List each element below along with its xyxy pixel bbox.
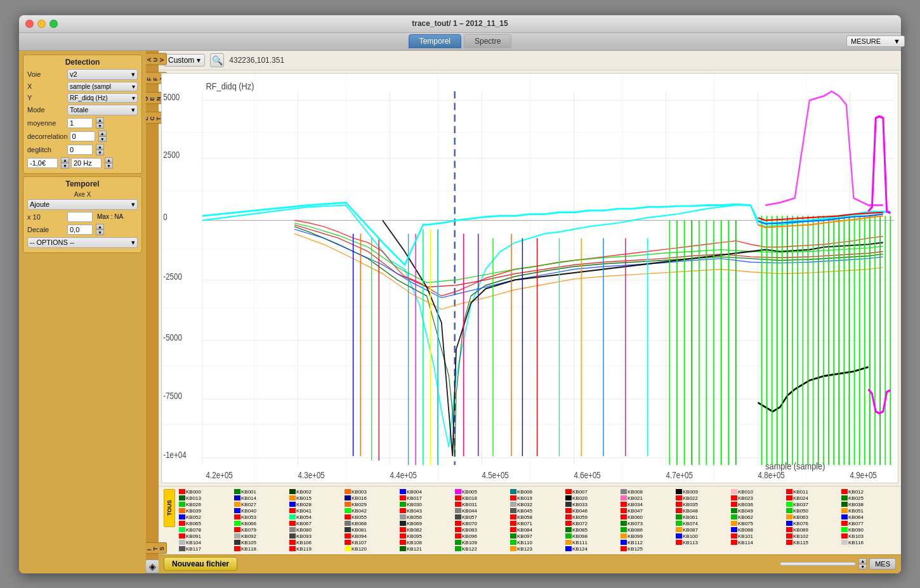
legend-item[interactable]: KB068 [345,521,399,526]
legend-item[interactable]: KB015 [289,495,344,501]
legend-item[interactable]: KB061 [676,514,730,520]
deglitch-input[interactable] [67,145,93,155]
x-select[interactable]: sample (sampl ▾ [67,82,138,91]
legend-item[interactable]: KB017 [400,495,454,501]
legend-item[interactable]: KB036 [731,502,785,507]
legend-item[interactable]: KB121 [400,546,454,552]
decale-input[interactable] [67,225,93,235]
legend-item[interactable]: KB038 [841,502,896,507]
legend-item[interactable]: KB113 [676,540,730,546]
legend-item[interactable]: KB107 [345,540,399,546]
decorrelation-stepper[interactable]: ▲ ▼ [98,131,107,142]
mes-button[interactable]: MES [869,558,896,570]
legend-item[interactable]: KB027 [234,502,289,507]
legend-item[interactable]: KB013 [179,495,233,501]
legend-item[interactable]: KB122 [455,546,509,552]
x10-input[interactable] [67,212,93,222]
zoom-button[interactable]: 🔍 [210,53,224,67]
legend-item[interactable]: KB090 [841,527,896,533]
legend-item[interactable]: KB069 [400,521,454,526]
legend-item[interactable]: KB043 [400,508,454,514]
legend-item[interactable]: KB011 [786,489,841,495]
tous-label[interactable]: TOUS [164,489,175,527]
legend-item[interactable]: KB041 [289,508,344,514]
legend-item[interactable]: KB092 [234,533,289,539]
legend-item[interactable]: KB059 [565,514,620,520]
val-left-stepper[interactable]: ▲ ▼ [61,157,69,169]
legend-item[interactable]: KB005 [455,489,509,495]
legend-item[interactable]: KB070 [455,521,509,526]
tab-spectre[interactable]: Spectre [464,34,511,48]
legend-item[interactable]: KB079 [234,527,289,533]
legend-item[interactable]: KB064 [841,514,896,520]
legend-item[interactable]: KB058 [510,514,565,520]
y-select[interactable]: RF_didq (Hz) ▾ [67,93,138,103]
legend-item[interactable]: KB031 [455,502,509,507]
decorrelation-down[interactable]: ▼ [98,136,107,142]
legend-item[interactable]: KB075 [731,521,785,526]
legend-item[interactable]: KB086 [621,527,675,533]
legend-item[interactable]: KB033 [565,502,620,507]
legend-item[interactable]: KB074 [676,521,730,526]
legend-item[interactable]: KB101 [731,533,785,539]
legend-item[interactable]: KB029 [345,502,399,507]
legend-item[interactable]: KB056 [400,514,454,520]
decorrelation-input[interactable] [70,131,95,141]
legend-item[interactable]: KB010 [731,489,785,495]
legend-item[interactable]: KB076 [786,521,841,526]
legend-item[interactable]: KB117 [179,546,233,552]
options-select[interactable]: -- OPTIONS -- ▾ [27,237,138,248]
sauve-tab[interactable]: SAUV [146,53,167,65]
deglitch-down[interactable]: ▼ [96,150,104,155]
legend-item[interactable]: KB109 [455,540,509,546]
legend-item[interactable]: KB098 [565,533,620,539]
legend-item[interactable]: KB089 [786,527,841,533]
legend-item[interactable]: KB118 [234,546,289,552]
legend-item[interactable]: KB066 [234,521,289,526]
mode-select[interactable]: Totale ▾ [67,105,138,115]
legend-item[interactable]: KB006 [510,489,565,495]
ajoute-select[interactable]: Ajoute ▾ [27,199,138,210]
legend-item[interactable]: KB106 [289,540,344,546]
legend-item[interactable]: KB112 [621,540,675,546]
legend-item[interactable]: KB018 [455,495,509,501]
legend-item[interactable]: KB097 [510,533,565,539]
legend-item[interactable]: KB016 [345,495,399,501]
legend-item[interactable]: KB052 [179,514,233,520]
legend-item[interactable]: KB077 [841,521,896,526]
legend-item[interactable]: KB044 [455,508,509,514]
legend-item[interactable]: KB023 [731,495,785,501]
deglitch-stepper[interactable]: ▲ ▼ [96,144,104,155]
legend-item[interactable]: KB108 [400,540,454,546]
legend-item[interactable]: KB037 [786,502,841,507]
legend-item[interactable]: KB001 [234,489,289,495]
legend-item[interactable]: KB026 [179,502,233,507]
legend-item[interactable]: KB103 [841,533,896,539]
legend-item[interactable]: KB020 [565,495,620,501]
moyenne-input[interactable] [67,118,93,128]
legend-item[interactable]: KB071 [510,521,565,526]
nouveau-fichier-button[interactable]: Nouveau fichier [164,557,237,571]
decorrelation-up[interactable]: ▲ [98,131,107,136]
legend-item[interactable]: KB045 [510,508,565,514]
compass-button[interactable]: ◈ [146,559,159,573]
zoom-select[interactable]: Custom ▾ [164,54,205,67]
legend-item[interactable]: KB022 [676,495,730,501]
legend-item[interactable]: KB083 [455,527,509,533]
mesure-dropdown[interactable]: MESURE ▼ [846,36,901,47]
legend-item[interactable]: KB046 [565,508,620,514]
legend-item[interactable]: KB123 [510,546,565,552]
legend-item[interactable]: KB035 [676,502,730,507]
decale-stepper[interactable]: ▲ ▼ [96,224,104,235]
legend-item[interactable]: KB053 [234,514,289,520]
legend-item[interactable]: KB091 [179,533,233,539]
legend-item[interactable]: KB102 [786,533,841,539]
legend-item[interactable]: KB019 [510,495,565,501]
legend-item[interactable]: KB014 [234,495,289,501]
legend-item[interactable]: KB115 [786,540,841,546]
legend-item[interactable]: KB009 [676,489,730,495]
legend-item[interactable]: KB104 [179,540,233,546]
legend-item[interactable]: KB000 [179,489,233,495]
maximize-button[interactable] [49,20,58,28]
legend-item[interactable]: KB094 [345,533,399,539]
